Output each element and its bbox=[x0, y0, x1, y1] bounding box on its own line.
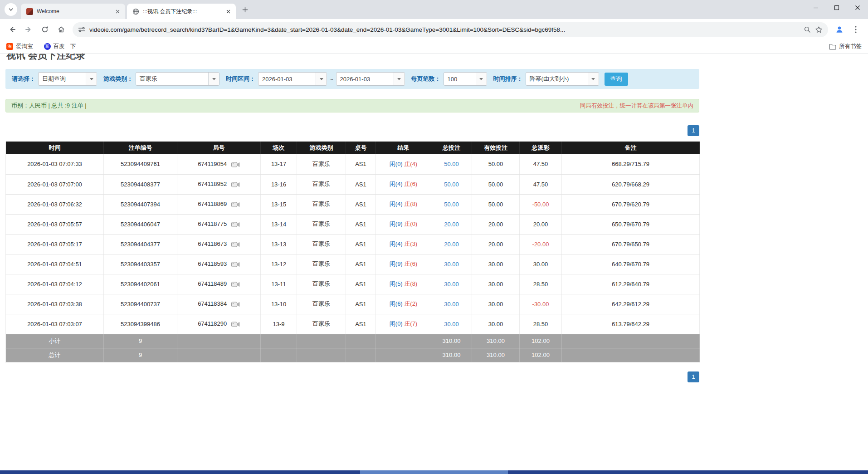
url-bar[interactable]: videoie.com/game/betrecord_search/kind3?… bbox=[73, 22, 828, 37]
page-1-button[interactable]: 1 bbox=[688, 371, 699, 382]
zoom-icon[interactable] bbox=[804, 26, 811, 33]
query-type-select[interactable]: 日期查询 bbox=[38, 72, 97, 86]
total-bet-link[interactable]: 30.00 bbox=[444, 321, 459, 327]
total-bet-link[interactable]: 30.00 bbox=[444, 301, 459, 308]
valid-bet-notice: 同局有效投注，统一计算在该局第一张注单内 bbox=[580, 102, 693, 110]
tab-betrecord[interactable]: :::视讯 会员下注纪录::: bbox=[127, 4, 236, 19]
result-player: 闲(5) bbox=[390, 280, 403, 287]
game-type-select[interactable]: 百家乐 bbox=[136, 72, 219, 86]
video-replay-icon[interactable] bbox=[231, 301, 240, 308]
result-player: 闲(4) bbox=[390, 240, 403, 247]
forward-button[interactable] bbox=[21, 22, 36, 37]
video-replay-icon[interactable] bbox=[231, 281, 240, 288]
chevron-down-icon[interactable] bbox=[476, 73, 487, 85]
time-sort-select[interactable]: 降幂(由大到小) bbox=[526, 72, 599, 86]
total-bet-link[interactable]: 20.00 bbox=[444, 221, 459, 228]
cell-session: 13-14 bbox=[261, 214, 297, 234]
cell-payout: 30.00 bbox=[520, 254, 562, 274]
cell-result: 闲(0) 庄(4) bbox=[376, 154, 431, 174]
cell-table: AS1 bbox=[346, 274, 376, 294]
cell-valid-bet: 30.00 bbox=[472, 254, 520, 274]
time-sort-value: 降幂(由大到小) bbox=[526, 75, 588, 83]
cell-time: 2026-01-03 07:03:38 bbox=[6, 294, 104, 314]
result-banker: 庄(2) bbox=[404, 300, 417, 307]
cell-table: AS1 bbox=[346, 314, 376, 334]
subtotal-payout: 102.00 bbox=[520, 334, 562, 348]
video-replay-icon[interactable] bbox=[231, 261, 240, 268]
chevron-down-icon[interactable] bbox=[316, 73, 327, 85]
video-replay-icon[interactable] bbox=[231, 181, 240, 188]
cell-round: 674118593 bbox=[177, 254, 261, 274]
cell-result: 闲(0) 庄(7) bbox=[376, 314, 431, 334]
profile-avatar[interactable] bbox=[832, 22, 847, 37]
subtotal-label: 小计 bbox=[6, 334, 104, 348]
cell-game: 百家乐 bbox=[297, 174, 346, 194]
cell-time: 2026-01-03 07:07:00 bbox=[6, 174, 104, 194]
welcome-favicon-icon bbox=[26, 8, 33, 15]
cell-time: 2026-01-03 07:05:17 bbox=[6, 234, 104, 254]
minimize-button[interactable] bbox=[805, 0, 826, 15]
search-button[interactable]: 查询 bbox=[605, 73, 628, 86]
cell-payout: 28.50 bbox=[520, 314, 562, 334]
close-window-button[interactable] bbox=[847, 0, 868, 15]
browser-menu-icon[interactable] bbox=[848, 22, 863, 37]
query-type-label: 请选择： bbox=[12, 75, 35, 83]
bookmark-baidu[interactable]: 百 百度一下 bbox=[44, 43, 76, 50]
video-replay-icon[interactable] bbox=[231, 201, 240, 208]
cell-total-bet: 50.00 bbox=[431, 174, 472, 194]
tab-strip: Welcome :::视讯 会员下注纪录::: bbox=[0, 0, 868, 19]
cell-result: 闲(9) 庄(6) bbox=[376, 254, 431, 274]
currency-summary: 币别：人民币 | 总共 :9 注单 | bbox=[11, 102, 87, 110]
total-bet-link[interactable]: 50.00 bbox=[444, 181, 459, 188]
chevron-down-icon[interactable] bbox=[86, 73, 97, 85]
close-tab-icon[interactable] bbox=[113, 7, 122, 15]
bookmark-taobao[interactable]: 淘 爱淘宝 bbox=[6, 43, 33, 50]
site-settings-icon[interactable] bbox=[78, 26, 85, 33]
video-replay-icon[interactable] bbox=[231, 241, 240, 248]
cell-total-bet: 50.00 bbox=[431, 154, 472, 174]
total-count: 9 bbox=[104, 348, 177, 362]
game-type-value: 百家乐 bbox=[136, 75, 208, 83]
range-separator: ~ bbox=[330, 76, 333, 83]
all-bookmarks-button[interactable]: 所有书签 bbox=[829, 43, 862, 50]
cell-bet-id: 523094406047 bbox=[104, 214, 177, 234]
bookmark-star-icon[interactable] bbox=[815, 26, 823, 34]
close-tab-icon[interactable] bbox=[224, 7, 232, 15]
video-replay-icon[interactable] bbox=[231, 321, 240, 327]
cell-session: 13-17 bbox=[261, 154, 297, 174]
date-end-input[interactable]: 2026-01-03 bbox=[336, 72, 405, 86]
maximize-button[interactable] bbox=[826, 0, 847, 15]
cell-table: AS1 bbox=[346, 214, 376, 234]
back-button[interactable] bbox=[5, 22, 20, 37]
chevron-down-icon[interactable] bbox=[208, 73, 219, 85]
video-replay-icon[interactable] bbox=[231, 161, 240, 168]
cell-table: AS1 bbox=[346, 154, 376, 174]
video-replay-icon[interactable] bbox=[231, 221, 240, 228]
cell-session: 13-13 bbox=[261, 234, 297, 254]
tab-welcome[interactable]: Welcome bbox=[21, 4, 125, 19]
total-total-bet: 310.00 bbox=[431, 348, 472, 362]
chevron-down-icon[interactable] bbox=[394, 73, 405, 85]
cell-result: 闲(4) 庄(6) bbox=[376, 174, 431, 194]
cell-time: 2026-01-03 07:03:07 bbox=[6, 314, 104, 334]
new-tab-button[interactable] bbox=[239, 3, 251, 16]
total-bet-link[interactable]: 50.00 bbox=[444, 201, 459, 208]
url-text[interactable]: videoie.com/game/betrecord_search/kind3?… bbox=[89, 26, 800, 33]
total-bet-link[interactable]: 50.00 bbox=[444, 161, 459, 167]
tab-search-button[interactable] bbox=[5, 3, 17, 16]
page-1-button[interactable]: 1 bbox=[688, 125, 699, 136]
header-result: 结果 bbox=[376, 142, 431, 154]
header-note: 备注 bbox=[562, 142, 700, 154]
date-start-input[interactable]: 2026-01-03 bbox=[258, 72, 327, 86]
reload-button[interactable] bbox=[37, 22, 53, 37]
cell-valid-bet: 20.00 bbox=[472, 214, 520, 234]
total-bet-link[interactable]: 20.00 bbox=[444, 241, 459, 248]
cell-valid-bet: 50.00 bbox=[472, 194, 520, 214]
page-title-clipped: 视讯 会员下注纪录 bbox=[6, 54, 699, 61]
chevron-down-icon[interactable] bbox=[588, 73, 599, 85]
page-size-select[interactable]: 100 bbox=[444, 72, 487, 86]
home-button[interactable] bbox=[54, 22, 69, 37]
result-player: 闲(6) bbox=[390, 300, 403, 307]
total-bet-link[interactable]: 30.00 bbox=[444, 281, 459, 288]
total-bet-link[interactable]: 30.00 bbox=[444, 261, 459, 268]
